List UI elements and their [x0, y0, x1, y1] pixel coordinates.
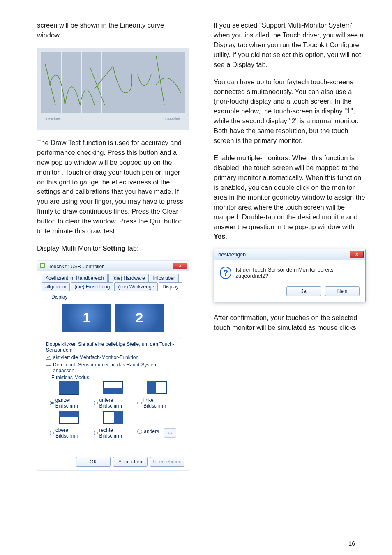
left-intro: screen will be shown in the Linearity cu…: [37, 21, 189, 40]
clear-button[interactable]: Löschen: [46, 117, 60, 121]
checkbox-main-system-label: Den Touch-Sensor immer an das Haupt-Syst…: [53, 362, 180, 373]
tab-werkzeuge[interactable]: (die) Werkzeuge: [114, 282, 158, 291]
radio-other[interactable]: anders: [137, 428, 159, 434]
right-p3: Enable multiple-monitors: When this func…: [214, 153, 366, 242]
cancel-button[interactable]: Abbrechen: [113, 457, 148, 467]
mode-icon-top: [59, 411, 79, 424]
right-p2: You can have up to four faytech touch-sc…: [214, 77, 366, 146]
page-number: 16: [348, 540, 355, 547]
confirm-text: Ist der Touch-Sensor dem Monitor bereits…: [235, 267, 360, 279]
confirm-dialog: bestaetigen ✕ ? Ist der Touch-Sensor dem…: [214, 249, 366, 302]
tab-koeffizient[interactable]: Koeffizient im Randbereich: [42, 274, 108, 282]
draw-test-paragraph: The Draw Test function is used for accur…: [37, 138, 189, 236]
mode-icon-full: [59, 381, 79, 394]
dialog-title: Touchkit : USB Controller: [48, 264, 104, 269]
question-icon: ?: [220, 267, 231, 279]
mode-icon-bottom: [103, 381, 123, 394]
radio-left[interactable]: linke Bildschirm: [137, 397, 173, 409]
no-button[interactable]: Nein: [325, 286, 360, 296]
checkbox-main-system[interactable]: [46, 365, 51, 370]
tab-display[interactable]: Display: [159, 282, 182, 291]
tab-einstellung[interactable]: (die) Einstellung: [71, 282, 113, 291]
tab-infos[interactable]: Infos über: [150, 274, 179, 282]
radio-bottom[interactable]: untere Bildschirm: [94, 397, 129, 409]
close-icon[interactable]: ✕: [350, 251, 364, 258]
radio-right[interactable]: rechte Bildschirm: [94, 427, 129, 439]
right-p1: If you selected "Support Multi-Monitor S…: [214, 21, 366, 70]
app-icon: [40, 263, 46, 268]
tab-allgemein[interactable]: allgemein: [42, 282, 70, 291]
group-display-label: Display: [50, 294, 69, 300]
svg-rect-1: [41, 264, 44, 267]
radio-top[interactable]: obere Bildschirm: [50, 427, 85, 439]
right-p4: After confirmation, your touches on the …: [214, 313, 366, 333]
mode-icon-right: [103, 411, 123, 424]
monitor-2[interactable]: 2: [115, 304, 164, 332]
linearity-figure: Löschen Beenden: [37, 48, 189, 130]
close-icon[interactable]: ✕: [173, 263, 187, 269]
radio-full[interactable]: ganzer Bildschirm: [50, 397, 85, 409]
display-heading: Display-Multi-Monitor Setting tab:: [37, 244, 189, 253]
mode-icon-left: [147, 381, 167, 394]
signature-drawing: [41, 52, 185, 113]
monitor-1[interactable]: 1: [62, 304, 111, 332]
group-mode-label: Funktions-Modus: [50, 375, 91, 380]
touchkit-dialog: Touchkit : USB Controller ✕ Koeffizient …: [37, 261, 189, 470]
checkbox-multi-monitor[interactable]: ✔: [46, 355, 51, 360]
ok-button[interactable]: OK: [76, 457, 111, 467]
quit-button[interactable]: Beenden: [165, 117, 180, 121]
apply-button[interactable]: Übernehmen: [150, 457, 184, 467]
confirm-title: bestaetigen: [218, 251, 246, 258]
tab-hardware[interactable]: (die) Hardware: [108, 274, 148, 282]
doubleclick-hint: Doppelklicken Sie auf eine beliebige Ste…: [46, 341, 180, 353]
checkbox-multi-monitor-label: aktiviert die Mehrfach-Monitor-Funktion: [53, 355, 138, 360]
yes-button[interactable]: Ja: [286, 286, 321, 296]
other-expand-button[interactable]: >>: [164, 428, 176, 438]
